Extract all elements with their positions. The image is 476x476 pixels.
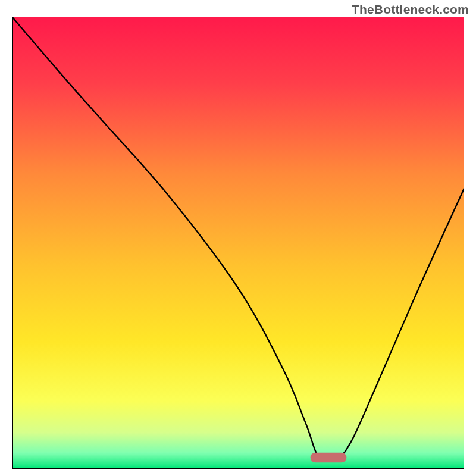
gradient-background: [12, 17, 464, 469]
chart-container: TheBottleneck.com: [0, 0, 476, 476]
optimal-marker: [311, 453, 347, 463]
watermark: TheBottleneck.com: [352, 2, 469, 17]
bottleneck-plot: [12, 17, 464, 469]
plot-svg: [12, 17, 464, 469]
